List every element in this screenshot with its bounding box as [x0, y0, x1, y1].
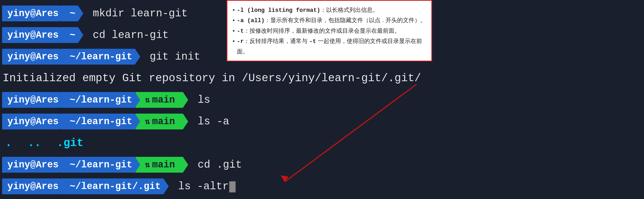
tooltip-bullet: • — [233, 26, 235, 36]
user-segment: yiny@Ares — [2, 178, 65, 194]
tooltip-bullet: • — [233, 5, 235, 15]
tooltip-text-4: -r：反转排序结果，通常与 -t 一起使用，使得旧的文件或目录显示在前面。 — [237, 36, 426, 56]
branch-segment: ⇅ main — [135, 114, 188, 129]
path-text: ~/learn-git — [70, 95, 132, 105]
path-text: ~ — [70, 30, 75, 41]
user-segment: yiny@Ares — [2, 6, 65, 21]
path-segment: ~/learn-git/.git — [60, 178, 169, 194]
path-segment: ~/learn-git — [60, 114, 140, 129]
user-segment: yiny@Ares — [2, 92, 65, 108]
path-text: ~/learn-git/.git — [70, 181, 161, 192]
user-text: yiny@Ares — [7, 51, 58, 62]
user-text: yiny@Ares — [7, 116, 58, 127]
file-dot: . — [5, 137, 12, 149]
path-segment: ~/learn-git — [60, 92, 140, 108]
terminal-line-8: yiny@Ares ~/learn-git ⇅ main cd .git — [0, 154, 644, 176]
path-segment: ~/learn-git — [60, 157, 140, 173]
terminal: yiny@Ares ~ mkdir learn-git yiny@Ares ~ … — [0, 0, 644, 199]
tooltip-text-1: -l (long listing format)：以长格式列出信息。 — [237, 5, 378, 15]
path-text: ~/learn-git — [70, 159, 132, 170]
terminal-line-5: yiny@Ares ~/learn-git ⇅ main ls — [0, 89, 644, 111]
branch-segment: ⇅ main — [135, 92, 188, 108]
path-text: ~/learn-git — [70, 51, 132, 62]
command-text: git init — [150, 51, 200, 63]
branch-icon: ⇅ — [145, 159, 150, 170]
user-text: yiny@Ares — [7, 95, 58, 105]
user-segment: yiny@Ares — [2, 157, 65, 173]
tooltip-text-3: -t：按修改时间排序，最新修改的文件或目录会显示在最前面。 — [237, 26, 400, 36]
tooltip-bullet: • — [233, 15, 235, 25]
user-segment: yiny@Ares — [2, 114, 65, 129]
user-text: yiny@Ares — [7, 181, 58, 192]
user-segment: yiny@Ares — [2, 49, 65, 65]
user-text: yiny@Ares — [7, 159, 58, 170]
tooltip-bullet: • — [233, 36, 235, 46]
file-dotdot: .. — [28, 137, 41, 149]
tooltip-item-2: • -a (all)：显示所有文件和目录，包括隐藏文件（以点 . 开头的文件）。 — [233, 15, 426, 26]
files-output-line: . .. .git — [0, 132, 644, 154]
output-text: Initialized empty Git repository in /Use… — [3, 72, 421, 85]
command-text: ls -altr — [178, 181, 236, 192]
command-text: cd learn-git — [93, 29, 169, 41]
path-segment: ~/learn-git — [60, 49, 140, 65]
tooltip-text-2: -a (all)：显示所有文件和目录，包括隐藏文件（以点 . 开头的文件）。 — [237, 15, 426, 26]
user-text: yiny@Ares — [7, 30, 58, 41]
cursor — [229, 181, 236, 192]
terminal-line-6: yiny@Ares ~/learn-git ⇅ main ls -a — [0, 111, 644, 132]
tooltip-item-3: • -t：按修改时间排序，最新修改的文件或目录会显示在最前面。 — [233, 26, 426, 36]
user-text: yiny@Ares — [7, 8, 58, 19]
command-text: cd .git — [198, 159, 242, 171]
branch-name: main — [152, 159, 175, 170]
branch-icon: ⇅ — [145, 116, 150, 127]
tooltip-item-4: • -r：反转排序结果，通常与 -t 一起使用，使得旧的文件或目录显示在前面。 — [233, 36, 426, 56]
branch-segment: ⇅ main — [135, 157, 188, 173]
path-text: ~/learn-git — [70, 116, 132, 127]
command-text: ls -a — [198, 116, 229, 128]
terminal-line-9: yiny@Ares ~/learn-git/.git ls -altr — [0, 176, 644, 197]
command-text: ls — [198, 94, 210, 106]
terminal-output-line: Initialized empty Git repository in /Use… — [0, 67, 644, 89]
file-git: .git — [57, 137, 84, 149]
user-segment: yiny@Ares — [2, 27, 65, 43]
path-text: ~ — [70, 8, 75, 19]
branch-name: main — [152, 116, 175, 127]
branch-icon: ⇅ — [145, 95, 150, 105]
tooltip-item-1: • -l (long listing format)：以长格式列出信息。 — [233, 5, 426, 15]
branch-name: main — [152, 95, 175, 105]
command-text: mkdir learn-git — [93, 8, 188, 20]
tooltip-box: • -l (long listing format)：以长格式列出信息。 • -… — [227, 0, 432, 61]
